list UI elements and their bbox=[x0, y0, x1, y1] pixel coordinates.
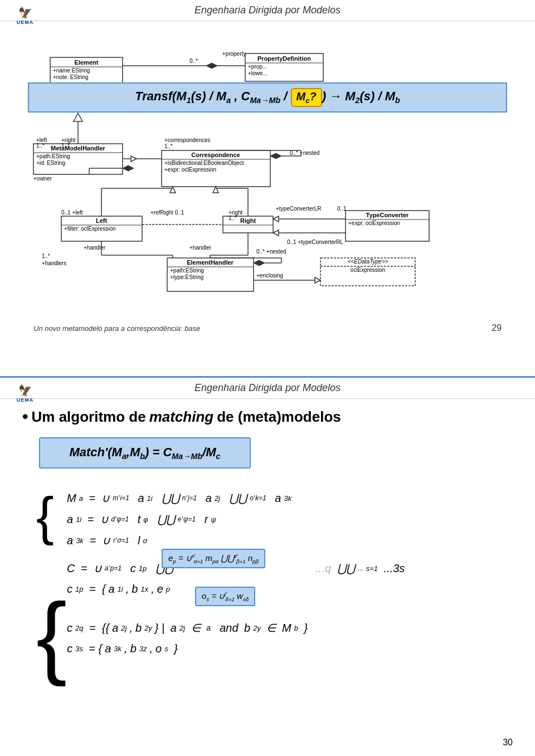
svg-text:0..1 +typeConverterRL: 0..1 +typeConverterRL bbox=[287, 239, 343, 245]
svg-marker-34 bbox=[270, 153, 281, 159]
svg-marker-99 bbox=[315, 277, 320, 283]
svg-marker-101 bbox=[131, 156, 137, 162]
svg-text:1..*: 1..* bbox=[228, 215, 237, 221]
math-equations: { { Ma = ∪m'i=1 a1i ⋃⋃n'j=1 a2j ⋃⋃o'k=1 … bbox=[67, 490, 513, 657]
slide1-footer: Un novo metamodelo para a correspondênci… bbox=[33, 323, 502, 333]
svg-text:+enclosing: +enclosing bbox=[256, 272, 283, 279]
page: 🦅 UEMA Engenharia Dirigida por Modelos T… bbox=[0, 0, 535, 756]
svg-marker-50 bbox=[170, 187, 176, 193]
subscript-a: a bbox=[206, 623, 211, 632]
slide2-page-num: 30 bbox=[503, 738, 513, 748]
svg-text:+handlers: +handlers bbox=[42, 260, 66, 266]
svg-text:+expr: oclExpression: +expr: oclExpression bbox=[164, 167, 216, 173]
uml-container: Transf(M1(s) / Ma , CMa→Mb / Mc?) → M2(s… bbox=[17, 27, 518, 339]
math-line-3: a3k = ∪r'σ=1 lσ bbox=[67, 532, 513, 549]
svg-text:1..*: 1..* bbox=[164, 143, 173, 149]
svg-text:+owner: +owner bbox=[33, 175, 52, 182]
algorithm-title-suffix: de (meta)modelos bbox=[217, 408, 341, 426]
math-line-7: c3s = {a3k, b3z, os } bbox=[67, 641, 513, 657]
svg-text:+path:EString: +path:EString bbox=[36, 153, 70, 159]
svg-text:1..*: 1..* bbox=[42, 253, 50, 259]
svg-text:Element: Element bbox=[75, 59, 99, 66]
logo2-bird-icon: 🦅 bbox=[18, 384, 32, 397]
svg-text:1..*: 1..* bbox=[36, 143, 45, 149]
svg-text:TypeConverter: TypeConverter bbox=[366, 212, 410, 218]
svg-text:+property: +property bbox=[222, 51, 246, 57]
slide2-bullet-title: • Um algoritmo de matching de (meta)mode… bbox=[22, 407, 513, 426]
svg-marker-39 bbox=[123, 165, 134, 171]
svg-marker-8 bbox=[206, 63, 217, 69]
slide1-title: Engenharia Dirigida por Modelos bbox=[194, 4, 341, 16]
math-line-6: c2q = {{a2j, b2y} | a2j ∈ a and b2y ∈ Mb… bbox=[67, 620, 513, 636]
svg-text:<<EDataType>>: <<EDataType>> bbox=[348, 258, 388, 265]
logo-bird-icon: 🦅 bbox=[18, 6, 32, 19]
svg-text:+lowe...: +lowe... bbox=[248, 70, 268, 76]
math-line-5: c1p = {a1i, b1x, ep os = ∪j'δ=1 wsδ bbox=[67, 581, 513, 597]
slide1-content: Transf(M1(s) / Ma , CMa→Mb / Mc?) → M2(s… bbox=[0, 21, 535, 344]
overlay-ep-formula: ep = ∪x'α=1 mpα ⋃⋃z'β=1 npβ bbox=[162, 549, 265, 568]
match-formula-box: Match'(Ma,Mb) = CMa→Mb/Mc bbox=[39, 437, 251, 469]
svg-marker-60 bbox=[213, 187, 218, 193]
svg-text:Right: Right bbox=[240, 217, 256, 224]
mc-badge: Mc? bbox=[291, 88, 322, 107]
left-brace-2: { bbox=[36, 590, 67, 682]
math-line-2: a1i = ∪d'φ=1 tφ ⋃⋃e'ψ=1 rψ bbox=[67, 511, 513, 528]
svg-text:PropertyDefinition: PropertyDefinition bbox=[257, 55, 311, 62]
svg-text:0..* +nested: 0..* +nested bbox=[256, 248, 286, 255]
svg-text:+handler: +handler bbox=[189, 245, 212, 251]
slide-2: 🦅 UEMA Engenharia Dirigida por Modelos •… bbox=[0, 378, 535, 756]
logo-2: 🦅 UEMA bbox=[11, 381, 39, 406]
svg-text:+filter: oclExpression: +filter: oclExpression bbox=[64, 226, 116, 232]
svg-text:Left: Left bbox=[96, 217, 108, 224]
transform-formula: Transf(M1(s) / Ma , CMa→Mb / Mc?) → M2(s… bbox=[28, 82, 507, 113]
svg-text:+isBidirectional:EBooleanObjec: +isBidirectional:EBooleanObject bbox=[164, 160, 244, 166]
slide1-page-num: 29 bbox=[492, 323, 502, 333]
svg-text:1..*: 1..* bbox=[61, 143, 70, 149]
svg-text:+note: EString: +note: EString bbox=[53, 74, 89, 80]
svg-text:+expr: oclExpression: +expr: oclExpression bbox=[348, 220, 400, 226]
slide-1: 🦅 UEMA Engenharia Dirigida por Modelos T… bbox=[0, 0, 535, 378]
logo2-text: UEMA bbox=[17, 397, 34, 403]
svg-text:+handler: +handler bbox=[84, 245, 106, 251]
svg-text:0..*: 0..* bbox=[189, 58, 198, 64]
slide1-caption: Un novo metamodelo para a correspondênci… bbox=[33, 324, 200, 333]
svg-text:+type:EString: +type:EString bbox=[170, 274, 203, 280]
svg-text:Correspondence: Correspondence bbox=[191, 152, 240, 158]
svg-text:+refRight  0..1: +refRight 0..1 bbox=[150, 209, 184, 216]
bullet-point: • bbox=[22, 407, 28, 426]
svg-text:0..1: 0..1 bbox=[337, 206, 347, 212]
svg-marker-89 bbox=[254, 260, 265, 266]
svg-text:+path:EString: +path:EString bbox=[170, 267, 204, 274]
svg-text:+prop...: +prop... bbox=[248, 64, 267, 70]
svg-text:0..1  +left: 0..1 +left bbox=[61, 209, 83, 216]
algorithm-title-prefix: Um algoritmo de bbox=[32, 408, 146, 426]
slide2-header: 🦅 UEMA Engenharia Dirigida por Modelos bbox=[0, 378, 535, 399]
slide2-title: Engenharia Dirigida por Modelos bbox=[194, 382, 341, 394]
svg-text:oclExpression: oclExpression bbox=[351, 267, 385, 273]
svg-text:MetaModelHandler: MetaModelHandler bbox=[51, 145, 106, 152]
svg-text:+correspondences: +correspondences bbox=[164, 137, 211, 143]
svg-text:+name:EString: +name:EString bbox=[53, 67, 90, 74]
math-line-1: Ma = ∪m'i=1 a1i ⋃⋃n'j=1 a2j ⋃⋃o'k=1 a3k bbox=[67, 490, 513, 506]
svg-text:+typeConverterLR: +typeConverterLR bbox=[276, 206, 321, 212]
math-line-4: C = ∪a'p=1 c1p ⋃⋃ ep = ∪x'α=1 mpα ⋃⋃z'β=… bbox=[67, 560, 513, 577]
svg-marker-72 bbox=[273, 230, 279, 236]
left-brace-1: { bbox=[36, 490, 54, 543]
overlay-os-formula: os = ∪j'δ=1 wsδ bbox=[195, 587, 255, 606]
slide2-content: • Um algoritmo de matching de (meta)mode… bbox=[0, 399, 535, 670]
svg-text:+id: EString: +id: EString bbox=[36, 160, 65, 166]
slide1-header: 🦅 UEMA Engenharia Dirigida por Modelos bbox=[0, 0, 535, 21]
svg-marker-25 bbox=[74, 113, 82, 121]
svg-text:ElementHandler: ElementHandler bbox=[187, 259, 234, 266]
algorithm-title-matching: matching bbox=[149, 408, 214, 426]
svg-marker-69 bbox=[273, 216, 279, 222]
uml-diagram-svg: Element +name:EString +note: EString +pr… bbox=[17, 27, 518, 339]
